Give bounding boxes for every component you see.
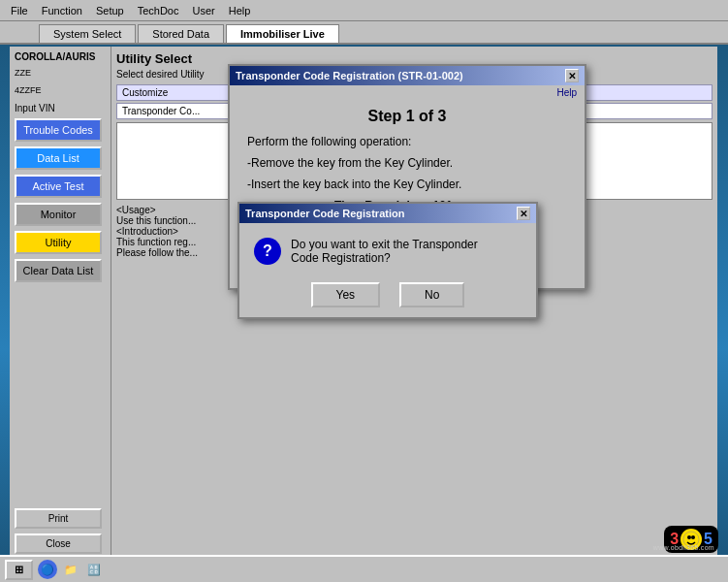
- menu-setup[interactable]: Setup: [90, 3, 130, 18]
- svg-point-2: [691, 535, 695, 539]
- tab-immobiliser-live[interactable]: Immobiliser Live: [226, 24, 339, 43]
- trouble-codes-button[interactable]: Trouble Codes: [15, 118, 102, 142]
- menu-file[interactable]: File: [5, 3, 34, 18]
- vin-label: Input VIN: [15, 103, 106, 113]
- no-button[interactable]: No: [399, 282, 464, 307]
- tab-system-select[interactable]: System Select: [39, 24, 136, 43]
- menu-user[interactable]: User: [186, 3, 220, 18]
- main-window: COROLLA/AURIS ZZE 4ZZFE Input VIN Troubl…: [10, 47, 717, 561]
- start-button[interactable]: ⊞: [5, 560, 33, 580]
- confirm-icon: ?: [254, 238, 281, 265]
- confirm-dialog-close-button[interactable]: ✕: [517, 207, 530, 220]
- clear-data-list-button[interactable]: Clear Data List: [15, 259, 102, 282]
- confirm-buttons: Yes No: [239, 275, 536, 317]
- confirm-dialog-body: ? Do you want to exit the Transponder Co…: [239, 223, 536, 275]
- svg-point-1: [687, 535, 691, 539]
- instruction-line2: -Remove the key from the Key Cylinder.: [247, 156, 567, 170]
- transponder-dialog-title: Transponder Code Registration (STR-01-00…: [236, 70, 463, 81]
- taskbar-icons: 🔵 📁 🔠: [38, 560, 104, 579]
- transponder-dialog-help[interactable]: Help: [230, 85, 585, 100]
- instruction-line3: -Insert the key back into the Key Cylind…: [247, 178, 567, 191]
- print-button[interactable]: Print: [15, 508, 102, 529]
- menu-function[interactable]: Function: [36, 3, 88, 18]
- transponder-dialog-titlebar: Transponder Code Registration (STR-01-00…: [230, 66, 585, 85]
- confirm-message-line2: Code Registration?: [291, 251, 478, 265]
- tabs-row: System Select Stored Data Immobiliser Li…: [0, 21, 728, 45]
- desktop: File Function Setup TechDoc User Help Sy…: [0, 0, 728, 582]
- data-list-button[interactable]: Data List: [15, 146, 102, 170]
- monitor-button[interactable]: Monitor: [15, 203, 102, 226]
- confirm-message-line1: Do you want to exit the Transponder: [291, 238, 478, 251]
- vehicle-model: ZZE: [15, 68, 106, 78]
- yes-button[interactable]: Yes: [311, 282, 381, 307]
- confirm-text: Do you want to exit the Transponder Code…: [291, 238, 478, 265]
- tab-stored-data[interactable]: Stored Data: [138, 24, 224, 43]
- utility-button[interactable]: Utility: [15, 231, 102, 254]
- confirm-dialog-title: Transponder Code Registration: [245, 208, 404, 219]
- close-button[interactable]: Close: [15, 534, 102, 554]
- menu-help[interactable]: Help: [223, 3, 257, 18]
- transponder-dialog-close-button[interactable]: ✕: [565, 69, 579, 82]
- vehicle-name: COROLLA/AURIS: [15, 51, 106, 62]
- confirm-dialog: Transponder Code Registration ✕ ? Do you…: [237, 202, 538, 319]
- logo-url: www.obdii365.com: [653, 544, 714, 551]
- active-test-button[interactable]: Active Test: [15, 175, 102, 198]
- instruction-line1: Perform the following operation:: [247, 135, 567, 148]
- taskbar-bottom: ⊞ 🔵 📁 🔠: [0, 555, 728, 582]
- taskbar-icon-2[interactable]: 📁: [61, 560, 80, 579]
- confirm-dialog-titlebar: Transponder Code Registration ✕: [239, 204, 536, 223]
- step-title: Step 1 of 3: [230, 100, 585, 130]
- menu-bar: File Function Setup TechDoc User Help: [0, 3, 261, 18]
- sidebar: COROLLA/AURIS ZZE 4ZZFE Input VIN Troubl…: [10, 47, 111, 561]
- taskbar-icon-1[interactable]: 🔵: [38, 560, 57, 579]
- menu-techdoc[interactable]: TechDoc: [132, 3, 185, 18]
- vehicle-engine: 4ZZFE: [15, 85, 106, 95]
- taskbar-top: File Function Setup TechDoc User Help: [0, 0, 728, 21]
- taskbar-icon-3[interactable]: 🔠: [84, 560, 104, 579]
- content-area: Utility Select Select desired Utility Cu…: [111, 47, 717, 561]
